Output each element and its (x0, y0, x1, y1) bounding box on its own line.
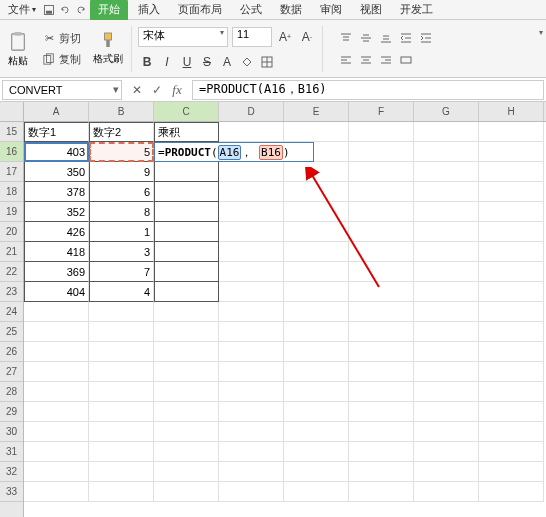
cell[interactable] (349, 122, 414, 142)
cell[interactable] (349, 142, 414, 162)
cell[interactable] (219, 282, 284, 302)
cell[interactable] (414, 322, 479, 342)
cell[interactable]: 378 (24, 182, 89, 202)
cell[interactable] (89, 342, 154, 362)
cell[interactable] (89, 382, 154, 402)
name-box[interactable]: CONVERT ▾ (2, 80, 122, 100)
tab-review[interactable]: 审阅 (312, 0, 350, 20)
column-header[interactable]: G (414, 102, 479, 121)
cell[interactable] (479, 242, 544, 262)
cell[interactable] (89, 362, 154, 382)
cell[interactable] (349, 482, 414, 502)
tab-data[interactable]: 数据 (272, 0, 310, 20)
cell[interactable] (284, 262, 349, 282)
cell[interactable] (414, 442, 479, 462)
cell[interactable] (479, 122, 544, 142)
tab-formula[interactable]: 公式 (232, 0, 270, 20)
cell[interactable] (219, 422, 284, 442)
row-header[interactable]: 20 (0, 222, 23, 242)
cell[interactable]: 4 (89, 282, 154, 302)
indent-increase-icon[interactable] (417, 29, 435, 47)
font-name-select[interactable]: 宋体▾ (138, 27, 228, 47)
cell[interactable] (479, 142, 544, 162)
cell[interactable] (479, 362, 544, 382)
cell[interactable] (89, 482, 154, 502)
cell[interactable]: 9 (89, 162, 154, 182)
align-center-icon[interactable] (357, 51, 375, 69)
cell[interactable] (349, 222, 414, 242)
cell[interactable] (154, 302, 219, 322)
cell[interactable] (479, 182, 544, 202)
cell[interactable] (154, 482, 219, 502)
cell[interactable]: 352 (24, 202, 89, 222)
cell[interactable]: 3 (89, 242, 154, 262)
tab-view[interactable]: 视图 (352, 0, 390, 20)
row-header[interactable]: 29 (0, 402, 23, 422)
cell[interactable] (24, 462, 89, 482)
cell[interactable] (154, 382, 219, 402)
cell[interactable] (154, 242, 219, 262)
cell[interactable] (414, 382, 479, 402)
cell[interactable] (414, 122, 479, 142)
row-header[interactable]: 24 (0, 302, 23, 322)
cell[interactable] (154, 462, 219, 482)
row-header[interactable]: 26 (0, 342, 23, 362)
tab-dev[interactable]: 开发工 (392, 0, 441, 20)
row-header[interactable]: 25 (0, 322, 23, 342)
cell[interactable] (219, 222, 284, 242)
align-middle-icon[interactable] (357, 29, 375, 47)
cell[interactable] (284, 242, 349, 262)
cell[interactable] (219, 342, 284, 362)
cell[interactable]: 369 (24, 262, 89, 282)
cell[interactable] (154, 342, 219, 362)
font-size-select[interactable]: 11▾ (232, 27, 272, 47)
cell[interactable] (219, 262, 284, 282)
row-header[interactable]: 23 (0, 282, 23, 302)
cells-area[interactable]: 数字1 数字2 乘积 403 5 350 9 (24, 122, 546, 502)
cell[interactable] (284, 342, 349, 362)
cell[interactable] (154, 162, 219, 182)
cell[interactable] (349, 302, 414, 322)
cell[interactable] (89, 322, 154, 342)
cell[interactable] (284, 362, 349, 382)
cell[interactable] (479, 342, 544, 362)
cell[interactable] (414, 462, 479, 482)
cell[interactable] (154, 442, 219, 462)
cell[interactable] (154, 322, 219, 342)
cell[interactable] (284, 402, 349, 422)
cell[interactable] (414, 262, 479, 282)
cell[interactable] (89, 402, 154, 422)
cell[interactable] (219, 402, 284, 422)
row-header[interactable]: 22 (0, 262, 23, 282)
row-header[interactable]: 21 (0, 242, 23, 262)
cell[interactable] (154, 362, 219, 382)
cell[interactable]: 6 (89, 182, 154, 202)
row-header[interactable]: 33 (0, 482, 23, 502)
row-header[interactable]: 32 (0, 462, 23, 482)
cell[interactable]: 350 (24, 162, 89, 182)
column-header[interactable]: A (24, 102, 89, 121)
fill-color-button[interactable] (238, 53, 256, 71)
merge-cells-icon[interactable] (397, 51, 415, 69)
copy-button[interactable]: 复制 (38, 50, 85, 69)
cell[interactable] (89, 302, 154, 322)
indent-decrease-icon[interactable] (397, 29, 415, 47)
decrease-font-icon[interactable]: A- (298, 28, 316, 46)
cell[interactable] (479, 282, 544, 302)
cell[interactable] (479, 402, 544, 422)
cell[interactable] (284, 422, 349, 442)
cell[interactable] (89, 462, 154, 482)
column-header[interactable]: C (154, 102, 219, 121)
file-dropdown[interactable]: 文件 ▾ (4, 0, 40, 19)
cell[interactable] (219, 162, 284, 182)
cell[interactable] (349, 362, 414, 382)
cancel-formula-icon[interactable]: ✕ (130, 83, 144, 97)
cell[interactable] (479, 482, 544, 502)
row-header[interactable]: 15 (0, 122, 23, 142)
cell[interactable] (219, 182, 284, 202)
cell[interactable] (284, 282, 349, 302)
cell[interactable] (414, 162, 479, 182)
cell[interactable] (349, 462, 414, 482)
cell[interactable]: 7 (89, 262, 154, 282)
font-color-button[interactable]: A (218, 53, 236, 71)
